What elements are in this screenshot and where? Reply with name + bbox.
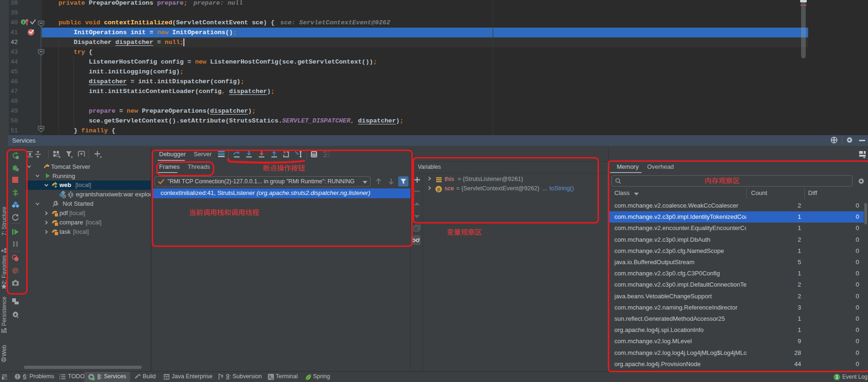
svg-text:1: 1 [836,375,839,380]
svg-text:I: I [22,20,25,24]
